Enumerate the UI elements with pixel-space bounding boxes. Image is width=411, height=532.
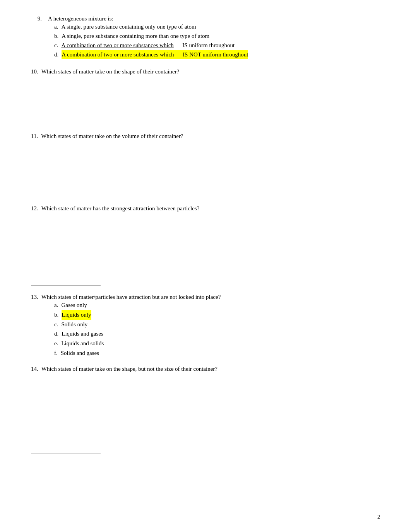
- q13-text: Which states of matter/particles have at…: [41, 294, 221, 300]
- q13-answer-c: c. Solids only: [54, 320, 380, 329]
- q9-label-a: a.: [54, 22, 58, 31]
- q13-answer-a: a. Gases only: [54, 300, 380, 310]
- q9-label-d: d.: [54, 50, 58, 59]
- q14-answer-space: [31, 372, 380, 450]
- q9-answer-a: a. A single, pure substance containing o…: [54, 22, 380, 31]
- page-number: 2: [377, 514, 380, 520]
- q10-text: Which states of matter take on the shape…: [41, 68, 180, 75]
- q14-number: 14.: [31, 366, 38, 372]
- q13-text-f: Solids and gases: [61, 348, 99, 358]
- q9-text-b: A single, pure substance containing more…: [62, 31, 209, 41]
- q13-text-d: Liquids and gases: [62, 329, 103, 339]
- q13-label-a: a.: [54, 300, 58, 310]
- q10-number: 10.: [31, 68, 38, 75]
- q9-label-c: c.: [54, 41, 58, 50]
- q12-answer-space: [31, 212, 380, 281]
- q13-text-e: Liquids and solids: [61, 339, 104, 348]
- question-9: 9. A heterogeneous mixture is: a. A sing…: [31, 15, 380, 59]
- q10-answer-space: [31, 75, 380, 125]
- q13-answer-e: e. Liquids and solids: [54, 339, 380, 348]
- q11-text: Which states of matter take on the volum…: [41, 133, 183, 140]
- q9-options: a. A single, pure substance containing o…: [31, 22, 380, 59]
- q13-options: a. Gases only b. Liquids only c. Solids …: [31, 300, 380, 358]
- q13-answer-d: d. Liquids and gases: [54, 329, 380, 339]
- q12-answer-line: [31, 285, 101, 286]
- q13-text-c: Solids only: [61, 320, 87, 329]
- q13-number: 13.: [31, 294, 38, 300]
- q13-label-b: b.: [54, 310, 58, 320]
- q14-text: Which states of matter take on the shape…: [41, 366, 217, 372]
- q9-text-a: A single, pure substance containing only…: [61, 22, 196, 31]
- q13-label-d: d.: [54, 329, 58, 339]
- q13-label-c: c.: [54, 320, 58, 329]
- q13-label-e: e.: [54, 339, 58, 348]
- q13-answer-b: b. Liquids only: [54, 310, 380, 320]
- q13-text-a: Gases only: [61, 300, 87, 310]
- q11-answer-space: [31, 140, 380, 198]
- q9-text: A heterogeneous mixture is:: [48, 15, 113, 22]
- question-14: 14. Which states of matter take on the s…: [31, 366, 380, 454]
- q9-answer-c: c. A combination of two or more substanc…: [54, 41, 380, 50]
- q14-answer-line: [31, 454, 101, 454]
- q9-answer-d: d. A combination of two or more substanc…: [54, 50, 380, 59]
- question-10: 10. Which states of matter take on the s…: [31, 68, 380, 125]
- q9-answer-b: b. A single, pure substance containing m…: [54, 31, 380, 41]
- q13-text-b: Liquids only: [62, 310, 91, 320]
- page: 9. A heterogeneous mixture is: a. A sing…: [0, 0, 411, 532]
- q12-text: Which state of matter has the strongest …: [41, 205, 200, 212]
- q11-number: 11.: [31, 133, 38, 140]
- q9-number: 9.: [31, 15, 42, 22]
- q13-label-f: f.: [54, 348, 58, 358]
- q13-answer-f: f. Solids and gases: [54, 348, 380, 358]
- question-11: 11. Which states of matter take on the v…: [31, 133, 380, 198]
- q9-label-b: b.: [54, 31, 58, 41]
- q12-number: 12.: [31, 205, 38, 212]
- q9-text-d: A combination of two or more substances …: [62, 50, 248, 59]
- question-12: 12. Which state of matter has the strong…: [31, 205, 380, 286]
- q9-text-c: A combination of two or more substances …: [61, 41, 235, 50]
- question-13: 13. Which states of matter/particles hav…: [31, 294, 380, 358]
